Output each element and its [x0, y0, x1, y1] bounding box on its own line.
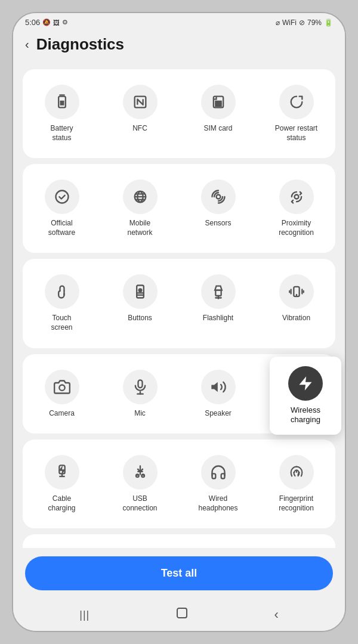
- wifi-item[interactable]: Wi-Fi: [257, 543, 335, 548]
- wireless-charging-item[interactable]: Wirelesscharging: [257, 363, 335, 426]
- svg-marker-29: [211, 382, 218, 391]
- section-6: Face Location Bluetooth: [23, 534, 335, 548]
- back-button[interactable]: ‹: [25, 38, 29, 51]
- mobile-network-item[interactable]: Mobilenetwork: [101, 172, 179, 244]
- speaker-label: Speaker: [205, 409, 232, 419]
- section-4: Camera Mic Speaker: [23, 354, 335, 434]
- recent-apps-button[interactable]: |||: [79, 609, 90, 621]
- power-restart-icon: [279, 85, 314, 119]
- flashlight-label: Flashlight: [203, 314, 233, 323]
- svg-point-15: [294, 195, 298, 199]
- camera-item[interactable]: Camera: [23, 363, 101, 426]
- mic-item[interactable]: Mic: [101, 363, 179, 426]
- svg-rect-26: [138, 380, 142, 388]
- nfc-item[interactable]: NFC: [101, 78, 179, 150]
- touch-screen-icon: [45, 274, 79, 309]
- mic-icon: [123, 370, 158, 404]
- svg-point-25: [59, 385, 64, 390]
- buttons-item[interactable]: Buttons: [101, 267, 179, 339]
- buttons-label: Buttons: [128, 314, 152, 323]
- row-5: Cablecharging USBconnection Wiredheadpho…: [23, 445, 335, 522]
- row-4: Camera Mic Speaker: [23, 360, 335, 428]
- face-item[interactable]: Face: [23, 543, 101, 548]
- wired-headphones-icon: [201, 455, 236, 490]
- fingerprint-item[interactable]: Fingerprintrecognition: [257, 448, 335, 520]
- cable-charging-label: Cablecharging: [48, 494, 75, 513]
- svg-rect-20: [215, 290, 221, 296]
- bluetooth-item[interactable]: Bluetooth: [179, 543, 257, 548]
- home-button[interactable]: [175, 606, 189, 624]
- row-2: Officialsoftware Mobilenetwork Sensors: [23, 170, 335, 247]
- sensors-item[interactable]: Sensors: [179, 172, 257, 244]
- svg-rect-8: [219, 104, 221, 107]
- battery-icon: 🔋: [324, 18, 333, 27]
- test-all-button[interactable]: Test all: [25, 556, 333, 590]
- power-restart-label: Power restartstatus: [275, 124, 317, 143]
- sensors-label: Sensors: [205, 219, 231, 228]
- sim-card-label: SIM card: [203, 124, 232, 134]
- page-title: Diagnostics: [36, 35, 124, 54]
- svg-marker-30: [300, 376, 312, 390]
- fingerprint-icon: [279, 455, 314, 490]
- speaker-icon: [201, 370, 236, 404]
- svg-rect-7: [215, 104, 218, 107]
- back-nav-button[interactable]: ‹: [274, 607, 278, 623]
- battery-status-item[interactable]: Batterystatus: [23, 78, 101, 150]
- vibration-icon: [279, 274, 314, 309]
- bottom-bar: Test all: [13, 548, 345, 599]
- touch-screen-label: Touchscreen: [51, 314, 72, 332]
- status-right: ⌀ WiFi ⊘ 79% 🔋: [276, 18, 333, 27]
- dnd-icon: ⊘: [299, 18, 305, 27]
- proximity-item[interactable]: Proximityrecognition: [257, 172, 335, 244]
- section-3: Touchscreen Buttons Flashlight: [23, 259, 335, 348]
- vibration-label: Vibration: [282, 314, 310, 323]
- row-6: Face Location Bluetooth: [23, 540, 335, 548]
- sensors-icon: [201, 179, 236, 214]
- vibration-item[interactable]: Vibration: [257, 267, 335, 339]
- wireless-charging-tooltip: Wirelesscharging: [270, 357, 341, 435]
- official-software-label: Officialsoftware: [48, 219, 75, 237]
- sim-card-item[interactable]: SIM card: [179, 78, 257, 150]
- wifi-icon: WiFi: [282, 18, 297, 27]
- wired-headphones-label: Wiredheadphones: [198, 494, 237, 513]
- location-item[interactable]: Location: [101, 543, 179, 548]
- flashlight-item[interactable]: Flashlight: [179, 267, 257, 339]
- svg-rect-44: [177, 608, 187, 618]
- mobile-network-label: Mobilenetwork: [127, 219, 152, 237]
- header: ‹ Diagnostics: [13, 29, 345, 63]
- sim-card-icon: [201, 85, 236, 119]
- svg-rect-6: [219, 101, 221, 104]
- wired-headphones-item[interactable]: Wiredheadphones: [179, 448, 257, 520]
- svg-point-9: [55, 191, 68, 203]
- status-bar: 5:06 🔕 🖼 ⚙ ⌀ WiFi ⊘ 79% 🔋: [13, 13, 345, 29]
- nfc-icon: [123, 85, 158, 119]
- proximity-icon: [279, 179, 314, 214]
- signal-icon: 🔕: [42, 18, 51, 26]
- wireless-charging-tooltip-icon: [288, 366, 323, 401]
- cable-charging-item[interactable]: Cablecharging: [23, 448, 101, 520]
- touch-screen-item[interactable]: Touchscreen: [23, 267, 101, 339]
- usb-connection-item[interactable]: USBconnection: [101, 448, 179, 520]
- flashlight-icon: [201, 274, 236, 309]
- photo-icon: 🖼: [53, 19, 60, 26]
- row-1: Batterystatus NFC SIM card: [23, 75, 335, 152]
- section-2: Officialsoftware Mobilenetwork Sensors: [23, 164, 335, 253]
- fingerprint-label: Fingerprintrecognition: [279, 494, 314, 513]
- cable-charging-icon: [45, 455, 79, 490]
- time: 5:06: [25, 18, 40, 27]
- proximity-label: Proximityrecognition: [279, 219, 314, 237]
- row-3: Touchscreen Buttons Flashlight: [23, 265, 335, 342]
- battery-status-label: Batterystatus: [50, 124, 73, 143]
- usb-connection-icon: [123, 455, 158, 490]
- wireless-charging-tooltip-label: Wirelesscharging: [291, 405, 320, 426]
- status-left: 5:06 🔕 🖼 ⚙: [25, 18, 68, 27]
- camera-label: Camera: [49, 409, 75, 419]
- svg-rect-5: [215, 101, 218, 104]
- mobile-network-icon: [123, 179, 158, 214]
- usb-connection-label: USBconnection: [122, 494, 157, 513]
- speaker-item[interactable]: Speaker: [179, 363, 257, 426]
- content-area: Batterystatus NFC SIM card: [13, 63, 345, 548]
- power-restart-item[interactable]: Power restartstatus: [257, 78, 335, 150]
- phone-frame: 5:06 🔕 🖼 ⚙ ⌀ WiFi ⊘ 79% 🔋 ‹ Diagnostics: [12, 12, 346, 632]
- official-software-item[interactable]: Officialsoftware: [23, 172, 101, 244]
